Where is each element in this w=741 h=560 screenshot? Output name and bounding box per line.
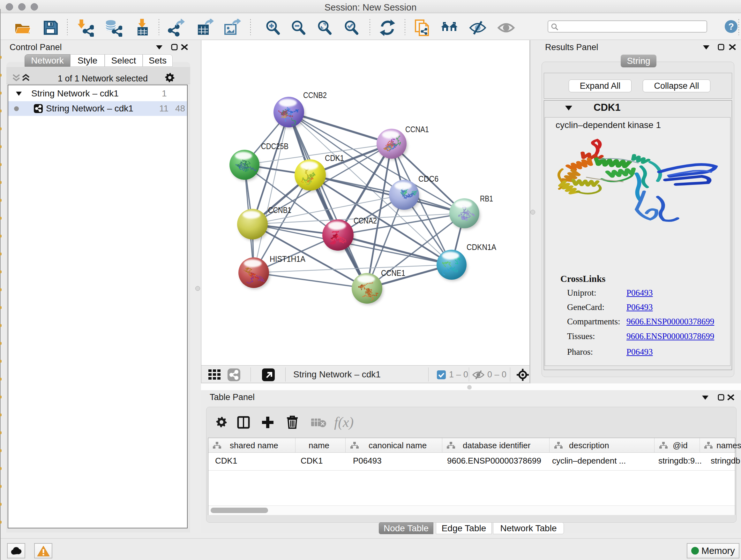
svg-text:CCNA2: CCNA2: [354, 216, 377, 226]
svg-text:CCNA1: CCNA1: [405, 125, 429, 134]
svg-text:CDC25B: CDC25B: [261, 141, 288, 151]
svg-text:CDC6: CDC6: [418, 174, 439, 184]
svg-text:CCNB2: CCNB2: [303, 90, 327, 100]
svg-text:CCNB1: CCNB1: [268, 205, 291, 215]
svg-text:CDK1: CDK1: [325, 153, 344, 163]
svg-text:RB1: RB1: [480, 194, 493, 203]
svg-text:HIST1H1A: HIST1H1A: [270, 254, 306, 264]
svg-text:CDKN1A: CDKN1A: [467, 242, 496, 252]
svg-text:CCNE1: CCNE1: [381, 268, 405, 278]
